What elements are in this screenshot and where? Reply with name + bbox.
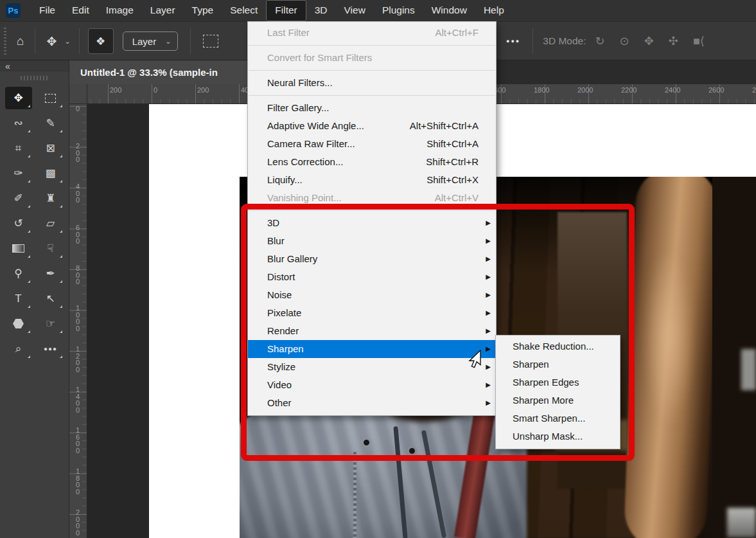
options-grip-handle[interactable] xyxy=(4,28,6,55)
submenu-arrow-icon: ▶ xyxy=(486,340,491,358)
slide-3d-camera-icon[interactable]: ✣ xyxy=(669,34,678,48)
filter-menu-item-last-filter[interactable]: Last FilterAlt+Ctrl+F xyxy=(248,24,496,42)
menu-item-shortcut: Shift+Ctrl+X xyxy=(426,171,479,189)
rectangular-marquee-tool[interactable] xyxy=(37,87,64,109)
home-icon[interactable]: ⌂ xyxy=(12,34,29,48)
sharpen-submenu-item-shake-reduction[interactable]: Shake Reduction... xyxy=(496,337,620,355)
submenu-arrow-icon: ▶ xyxy=(486,394,491,412)
filter-menu-item-sharpen[interactable]: Sharpen▶ xyxy=(248,340,496,358)
filter-menu-item-filter-gallery[interactable]: Filter Gallery... xyxy=(248,99,496,117)
brush-tool[interactable]: ✐ xyxy=(5,187,32,210)
blur-tool[interactable]: ⚲ xyxy=(5,262,32,285)
pen-tool[interactable]: ✒ xyxy=(37,262,64,285)
rotate-view-tool[interactable]: ☞ xyxy=(37,312,64,335)
shape-tool-icon xyxy=(13,319,24,328)
collapse-panel-button[interactable]: « xyxy=(0,60,69,71)
filter-menu-item-stylize[interactable]: Stylize▶ xyxy=(248,358,496,376)
sharpen-submenu-item-sharpen-more[interactable]: Sharpen More xyxy=(496,391,620,409)
menu-item-label: Video xyxy=(267,379,292,390)
gradient-tool[interactable] xyxy=(5,237,32,260)
submenu-arrow-icon: ▶ xyxy=(486,268,491,286)
filter-menu-item-camera-raw-filter[interactable]: Camera Raw Filter...Shift+Ctrl+A xyxy=(248,135,496,153)
filter-menu-item-neural-filters[interactable]: Neural Filters... xyxy=(248,74,496,92)
pan-3d-camera-icon[interactable]: ✥ xyxy=(644,34,654,48)
filter-menu-item-noise[interactable]: Noise▶ xyxy=(248,286,496,304)
filter-menu-item-blur-gallery[interactable]: Blur Gallery▶ xyxy=(248,250,496,268)
menu-item-label: Shake Reduction... xyxy=(513,341,594,352)
submenu-arrow-icon: ▶ xyxy=(486,322,491,340)
clone-stamp-tool[interactable]: ♜ xyxy=(37,187,64,210)
filter-menu-item-pixelate[interactable]: Pixelate▶ xyxy=(248,304,496,322)
filter-menu-item-lens-correction[interactable]: Lens Correction...Shift+Ctrl+R xyxy=(248,153,496,171)
menu-plugins[interactable]: Plugins xyxy=(374,0,423,21)
frame-tool[interactable]: ⊠ xyxy=(37,137,64,159)
roll-3d-camera-icon[interactable]: ⊙ xyxy=(620,34,629,48)
move-tool-icon[interactable]: ✥ xyxy=(41,34,62,49)
camera-3d-icon[interactable]: ■⟨ xyxy=(693,34,705,48)
menu-image[interactable]: Image xyxy=(98,0,142,21)
filter-menu-item-liquify[interactable]: Liquify...Shift+Ctrl+X xyxy=(248,171,496,189)
filter-menu-item-3d[interactable]: 3D▶ xyxy=(248,214,496,232)
photo-eyelet xyxy=(362,438,371,447)
submenu-arrow-icon: ▶ xyxy=(486,214,491,232)
photoshop-logo-icon: Ps xyxy=(6,3,21,18)
smudge-tool-icon: ☟ xyxy=(47,242,53,255)
filter-menu-item-distort[interactable]: Distort▶ xyxy=(248,268,496,286)
quick-selection-tool[interactable]: ✎ xyxy=(37,112,64,134)
menu-item-label: Neural Filters... xyxy=(267,77,333,88)
menu-item-shortcut: Shift+Ctrl+R xyxy=(426,153,479,171)
move-tool[interactable]: ✥ xyxy=(5,87,32,109)
filter-menu-item-render[interactable]: Render▶ xyxy=(248,322,496,340)
ruler-label: 200 xyxy=(110,86,121,94)
menu-edit[interactable]: Edit xyxy=(64,0,98,21)
menu-3d[interactable]: 3D xyxy=(306,0,336,21)
filter-menu-item-vanishing-point[interactable]: Vanishing Point...Alt+Ctrl+V xyxy=(248,189,496,207)
smudge-tool[interactable]: ☟ xyxy=(37,237,64,260)
history-brush-tool-icon: ↺ xyxy=(13,217,22,230)
shape-tool[interactable] xyxy=(5,312,32,335)
menu-window[interactable]: Window xyxy=(423,0,475,21)
filter-menu-item-adaptive-wide-angle[interactable]: Adaptive Wide Angle...Alt+Shift+Ctrl+A xyxy=(248,117,496,135)
sharpen-submenu-item-unsharp-mask[interactable]: Unsharp Mask... xyxy=(496,427,620,445)
divider xyxy=(35,28,35,54)
menu-view[interactable]: View xyxy=(336,0,374,21)
path-selection-tool[interactable]: ↖ xyxy=(37,287,64,310)
menu-separator xyxy=(249,95,495,96)
menu-help[interactable]: Help xyxy=(475,0,513,21)
history-brush-tool[interactable]: ↺ xyxy=(5,212,32,235)
chevron-down-icon[interactable]: ⌄ xyxy=(62,37,73,46)
orbit-3d-camera-icon[interactable]: ↻ xyxy=(595,34,605,48)
more-tools-button[interactable]: ●●● xyxy=(37,337,64,360)
crop-tool[interactable]: ⌗ xyxy=(5,137,32,159)
menu-filter[interactable]: Filter xyxy=(266,0,306,21)
menu-item-label: Blur xyxy=(267,235,285,246)
menu-type[interactable]: Type xyxy=(184,0,222,21)
more-options-icon[interactable]: ●●● xyxy=(500,38,527,44)
filter-menu-item-other[interactable]: Other▶ xyxy=(248,394,496,412)
eraser-tool[interactable]: ▱ xyxy=(37,212,64,235)
menu-select[interactable]: Select xyxy=(222,0,266,21)
filter-menu-item-blur[interactable]: Blur▶ xyxy=(248,232,496,250)
eyedropper-tool[interactable]: ✑ xyxy=(5,162,32,184)
filter-menu-item-convert-for-smart-filters[interactable]: Convert for Smart Filters xyxy=(248,49,496,67)
photo-eyelet xyxy=(407,446,417,456)
zoom-tool[interactable]: ⌕ xyxy=(5,337,32,360)
auto-select-toggle[interactable]: ❖ xyxy=(88,28,114,54)
lasso-tool[interactable]: ∾ xyxy=(5,112,32,134)
healing-patch-tool[interactable]: ▩ xyxy=(37,162,64,184)
ruler-label: 1 4 0 0 xyxy=(74,386,82,413)
menu-layer[interactable]: Layer xyxy=(142,0,184,21)
auto-select-target-dropdown[interactable]: Layer ⌄ xyxy=(123,31,179,51)
show-transform-controls-icon[interactable] xyxy=(203,35,218,48)
sharpen-submenu-item-sharpen[interactable]: Sharpen xyxy=(496,355,620,373)
filter-menu-item-video[interactable]: Video▶ xyxy=(248,376,496,394)
menu-file[interactable]: File xyxy=(31,0,64,21)
sharpen-submenu-item-sharpen-edges[interactable]: Sharpen Edges xyxy=(496,373,620,391)
sharpen-submenu-item-smart-sharpen[interactable]: Smart Sharpen... xyxy=(496,409,620,427)
photo-zipper xyxy=(353,449,356,538)
panel-grip-handle[interactable] xyxy=(21,76,49,80)
document-tab[interactable]: Untitled-1 @ 33.3% (sample-in xyxy=(69,60,251,84)
type-tool[interactable]: T xyxy=(5,287,32,310)
menu-item-label: Sharpen Edges xyxy=(513,377,579,388)
layers-stack-icon: ❖ xyxy=(96,35,105,48)
